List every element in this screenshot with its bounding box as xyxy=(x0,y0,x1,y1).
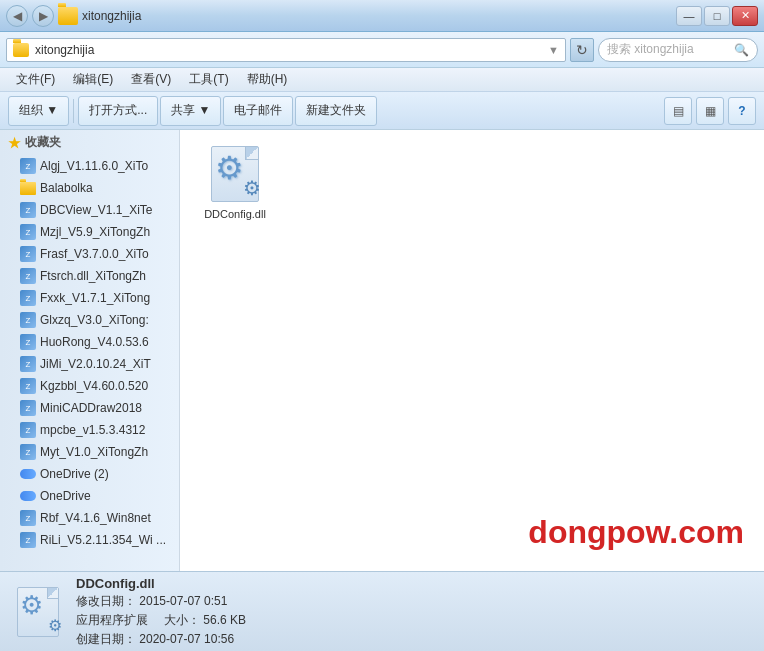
path-dropdown-icon[interactable]: ▼ xyxy=(548,44,559,56)
sidebar-item-0[interactable]: Z Algj_V1.11.6.0_XiTo xyxy=(0,155,179,177)
sidebar-item-3[interactable]: Z Mzjl_V5.9_XiTongZh xyxy=(0,221,179,243)
minimize-button[interactable]: — xyxy=(676,6,702,26)
search-placeholder: 搜索 xitongzhijia xyxy=(607,41,694,58)
create-label: 创建日期： 2020-07-07 10:56 xyxy=(76,631,234,648)
zip-icon: Z xyxy=(20,356,36,372)
type-label: 应用程序扩展 xyxy=(76,612,148,629)
sidebar-item-label: Frasf_V3.7.0.0_XiTo xyxy=(40,247,149,261)
zip-icon: Z xyxy=(20,312,36,328)
status-bar: ⚙ ⚙ DDConfig.dll 修改日期： 2015-07-07 0:51 应… xyxy=(0,571,764,651)
zip-icon: Z xyxy=(20,444,36,460)
sidebar-item-9[interactable]: Z JiMi_V2.0.10.24_XiT xyxy=(0,353,179,375)
sidebar-item-label: mpcbe_v1.5.3.4312 xyxy=(40,423,145,437)
sidebar-item-6[interactable]: Z Fxxk_V1.7.1_XiTong xyxy=(0,287,179,309)
gear-large-icon: ⚙ xyxy=(215,152,244,184)
sidebar-item-label: Kgzbbl_V4.60.0.520 xyxy=(40,379,148,393)
sidebar-item-17[interactable]: Z RiLi_V5.2.11.354_Wi ... xyxy=(0,529,179,551)
sidebar-item-7[interactable]: Z Glxzq_V3.0_XiTong: xyxy=(0,309,179,331)
share-button[interactable]: 共享 ▼ xyxy=(160,96,221,126)
toolbar-right: ▤ ▦ ? xyxy=(664,97,756,125)
sidebar-item-label: Myt_V1.0_XiTongZh xyxy=(40,445,148,459)
search-icon: 🔍 xyxy=(734,43,749,57)
menu-view[interactable]: 查看(V) xyxy=(123,69,179,90)
sidebar-item-11[interactable]: Z MiniCADDraw2018 xyxy=(0,397,179,419)
folder-icon xyxy=(58,7,78,25)
sidebar-item-10[interactable]: Z Kgzbbl_V4.60.0.520 xyxy=(0,375,179,397)
email-button[interactable]: 电子邮件 xyxy=(223,96,293,126)
sidebar-item-5[interactable]: Z Ftsrch.dll_XiTongZh xyxy=(0,265,179,287)
menu-file[interactable]: 文件(F) xyxy=(8,69,63,90)
sidebar-item-15[interactable]: OneDrive xyxy=(0,485,179,507)
status-gear-small-icon: ⚙ xyxy=(48,618,62,634)
zip-icon: Z xyxy=(20,202,36,218)
watermark: dongpow.com xyxy=(528,514,744,551)
onedrive-icon xyxy=(20,491,36,501)
refresh-button[interactable]: ↻ xyxy=(570,38,594,62)
zip-icon: Z xyxy=(20,290,36,306)
onedrive-icon xyxy=(20,469,36,479)
sidebar-item-label: Glxzq_V3.0_XiTong: xyxy=(40,313,149,327)
folder-icon xyxy=(20,182,36,195)
sidebar-item-16[interactable]: Z Rbf_V4.1.6_Win8net xyxy=(0,507,179,529)
sidebar-item-1[interactable]: Balabolka xyxy=(0,177,179,199)
maximize-button[interactable]: □ xyxy=(704,6,730,26)
close-button[interactable]: ✕ xyxy=(732,6,758,26)
favorites-label: 收藏夹 xyxy=(25,134,61,151)
menu-bar: 文件(F) 编辑(E) 查看(V) 工具(T) 帮助(H) xyxy=(0,68,764,92)
file-item-ddconfig[interactable]: ⚙ ⚙ DDConfig.dll xyxy=(190,140,280,224)
sidebar-item-label: Balabolka xyxy=(40,181,93,195)
details-view-button[interactable]: ▦ xyxy=(696,97,724,125)
sidebar-item-12[interactable]: Z mpcbe_v1.5.3.4312 xyxy=(0,419,179,441)
view-change-button[interactable]: ▤ xyxy=(664,97,692,125)
navigation-bar: xitongzhijia ▼ ↻ 搜索 xitongzhijia 🔍 xyxy=(0,32,764,68)
sidebar-item-label: Rbf_V4.1.6_Win8net xyxy=(40,511,151,525)
zip-icon: Z xyxy=(20,400,36,416)
menu-tools[interactable]: 工具(T) xyxy=(181,69,236,90)
content-area: ⚙ ⚙ DDConfig.dll dongpow.com xyxy=(180,130,764,571)
menu-edit[interactable]: 编辑(E) xyxy=(65,69,121,90)
zip-icon: Z xyxy=(20,532,36,548)
status-row-1: 修改日期： 2015-07-07 0:51 xyxy=(76,593,246,610)
toolbar: 组织 ▼ 打开方式... 共享 ▼ 电子邮件 新建文件夹 ▤ ▦ ? xyxy=(0,92,764,130)
path-folder-icon xyxy=(13,43,29,57)
title-bar-left: ◀ ▶ xitongzhijia xyxy=(6,5,141,27)
window-controls: — □ ✕ xyxy=(676,6,758,26)
sidebar-item-label: Algj_V1.11.6.0_XiTo xyxy=(40,159,148,173)
sidebar-item-8[interactable]: Z HuoRong_V4.0.53.6 xyxy=(0,331,179,353)
sidebar-item-label: Mzjl_V5.9_XiTongZh xyxy=(40,225,150,239)
sidebar-item-label: JiMi_V2.0.10.24_XiT xyxy=(40,357,151,371)
zip-icon: Z xyxy=(20,422,36,438)
sidebar-item-label: MiniCADDraw2018 xyxy=(40,401,142,415)
back-button[interactable]: ◀ xyxy=(6,5,28,27)
sidebar-item-label: Fxxk_V1.7.1_XiTong xyxy=(40,291,150,305)
zip-icon: Z xyxy=(20,378,36,394)
status-filename: DDConfig.dll xyxy=(76,576,246,591)
sidebar-item-4[interactable]: Z Frasf_V3.7.0.0_XiTo xyxy=(0,243,179,265)
sidebar-item-label: HuoRong_V4.0.53.6 xyxy=(40,335,149,349)
sidebar-item-2[interactable]: Z DBCView_V1.1_XiTe xyxy=(0,199,179,221)
sidebar-item-13[interactable]: Z Myt_V1.0_XiTongZh xyxy=(0,441,179,463)
address-bar[interactable]: xitongzhijia ▼ xyxy=(6,38,566,62)
toolbar-separator-1 xyxy=(73,99,74,123)
status-row-2: 应用程序扩展 大小： 56.6 KB xyxy=(76,612,246,629)
forward-button[interactable]: ▶ xyxy=(32,5,54,27)
help-button[interactable]: ? xyxy=(728,97,756,125)
favorites-header[interactable]: ★ 收藏夹 xyxy=(0,130,179,155)
search-bar[interactable]: 搜索 xitongzhijia 🔍 xyxy=(598,38,758,62)
zip-icon: Z xyxy=(20,246,36,262)
organize-button[interactable]: 组织 ▼ xyxy=(8,96,69,126)
status-file-icon: ⚙ ⚙ xyxy=(12,586,64,638)
size-label: 大小： 56.6 KB xyxy=(164,612,246,629)
status-row-3: 创建日期： 2020-07-07 10:56 xyxy=(76,631,246,648)
gear-small-icon: ⚙ xyxy=(243,178,261,198)
sidebar: ★ 收藏夹 Z Algj_V1.11.6.0_XiTo Balabolka Z … xyxy=(0,130,180,571)
modify-label: 修改日期： 2015-07-07 0:51 xyxy=(76,593,227,610)
new-folder-button[interactable]: 新建文件夹 xyxy=(295,96,377,126)
sidebar-item-label: RiLi_V5.2.11.354_Wi ... xyxy=(40,533,166,547)
sidebar-item-14[interactable]: OneDrive (2) xyxy=(0,463,179,485)
open-with-button[interactable]: 打开方式... xyxy=(78,96,158,126)
file-name-label: DDConfig.dll xyxy=(204,208,266,220)
window-title: xitongzhijia xyxy=(82,9,141,23)
menu-help[interactable]: 帮助(H) xyxy=(239,69,296,90)
zip-icon: Z xyxy=(20,334,36,350)
